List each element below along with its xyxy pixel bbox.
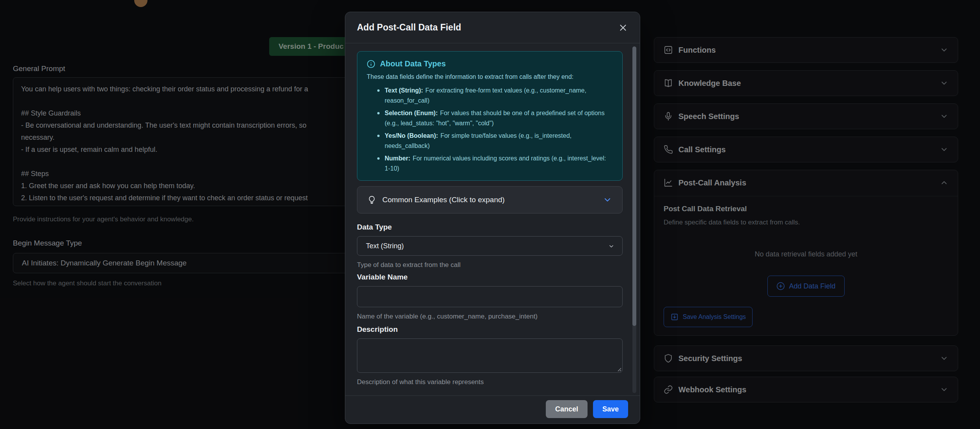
chevron-down-icon [608, 243, 614, 249]
data-type-label: Data Type [357, 223, 392, 231]
list-item: Yes/No (Boolean):For simple true/false v… [376, 131, 613, 151]
data-type-value: Text (String) [366, 242, 404, 250]
bullet-term: Selection (Enum): [385, 110, 438, 116]
data-type-select[interactable]: Text (String) [357, 236, 623, 256]
bullet-term: Number: [385, 155, 410, 162]
chevron-down-icon [603, 195, 612, 205]
common-examples-toggle[interactable]: Common Examples (Click to expand) [357, 186, 623, 214]
modal-footer: Cancel Save [546, 400, 628, 418]
about-data-types-info-box: About Data Types These data fields defin… [357, 51, 623, 181]
list-item: Selection (Enum):For values that should … [376, 108, 613, 128]
common-examples-label: Common Examples (Click to expand) [382, 196, 597, 204]
add-post-call-data-field-modal: Add Post-Call Data Field About Data Type… [345, 12, 640, 424]
modal-header: Add Post-Call Data Field [345, 12, 640, 43]
list-item: Text (String):For extracting free-form t… [376, 85, 613, 106]
info-box-header: About Data Types [367, 59, 613, 68]
info-circle-icon [367, 60, 375, 68]
bullet-desc: For numerical values including scores an… [385, 155, 606, 172]
list-item: Number:For numerical values including sc… [376, 153, 613, 174]
variable-name-input[interactable] [357, 286, 623, 307]
info-box-intro: These data fields define the information… [367, 72, 613, 82]
description-helper: Description of what this variable repres… [357, 378, 484, 386]
info-box-title: About Data Types [380, 59, 446, 68]
save-button[interactable]: Save [593, 400, 628, 418]
scrollbar-thumb[interactable] [632, 46, 636, 326]
modal-title: Add Post-Call Data Field [357, 22, 618, 33]
bullet-term: Yes/No (Boolean): [385, 132, 438, 139]
bullet-term: Text (String): [385, 87, 423, 94]
close-icon[interactable] [618, 23, 628, 33]
description-label: Description [357, 325, 398, 334]
divider [345, 395, 640, 396]
data-type-bullet-list: Text (String):For extracting free-form t… [367, 85, 613, 174]
description-textarea[interactable] [357, 338, 623, 373]
cancel-button[interactable]: Cancel [546, 400, 588, 418]
lightbulb-icon [368, 196, 376, 204]
variable-name-helper: Name of the variable (e.g., customer_nam… [357, 313, 538, 320]
resize-handle[interactable] [616, 366, 621, 372]
variable-name-label: Variable Name [357, 273, 408, 281]
data-type-helper: Type of data to extract from the call [357, 261, 461, 269]
